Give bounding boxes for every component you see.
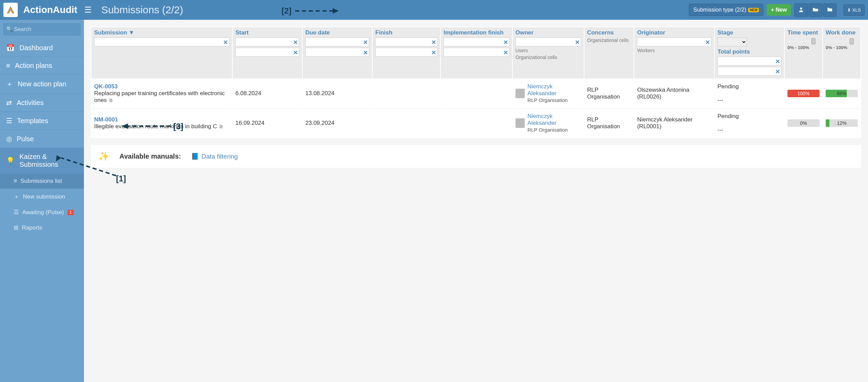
- bars-icon: ☰: [6, 117, 12, 125]
- sidebar-sub-label: Submissions list: [20, 178, 62, 185]
- filter-originator[interactable]: [637, 38, 711, 46]
- cell-stage: Pending: [718, 83, 739, 90]
- work-done-bar: 12%: [826, 119, 858, 127]
- filter-finish-from[interactable]: [375, 38, 437, 46]
- sidebar-label: New action plan: [18, 80, 66, 88]
- clear-icon[interactable]: ✕: [431, 49, 436, 56]
- cell-due: 13.08.2024: [303, 79, 372, 108]
- calendar-icon: 📅: [6, 44, 15, 52]
- sidebar-sub-awaiting-pulse-[interactable]: ☰Awaiting (Pulse)1: [0, 205, 84, 220]
- table-row: NM-0001Illegible evacuation route markin…: [91, 108, 860, 137]
- submission-desc: Illegible evacuation route markings in b…: [94, 123, 217, 130]
- clear-icon[interactable]: ✕: [363, 39, 368, 46]
- cell-originator: Niemczyk Aleksander (RL0001): [634, 108, 714, 137]
- cell-concerns: RLP Organisation: [584, 108, 634, 137]
- manuals-panel: ✨ Available manuals: 📘 Data filtering: [91, 145, 861, 168]
- col-owner[interactable]: Owner ✕ Users Organizational cells: [513, 27, 584, 78]
- cell-points: ---: [718, 97, 723, 103]
- sidebar-item-new-action-plan[interactable]: ＋New action plan: [0, 75, 84, 94]
- filter-points-to[interactable]: [718, 67, 781, 76]
- cell-due: 23.09.2024: [303, 108, 372, 137]
- document-icon: 🗎: [219, 124, 223, 129]
- filter-due-from[interactable]: [305, 38, 369, 46]
- xls-label: XLS: [852, 8, 861, 13]
- col-work-done[interactable]: Work done 0% - 100%: [823, 27, 860, 78]
- cell-originator: Olszewska Antonina (RL0026): [634, 79, 714, 108]
- col-time-spent[interactable]: Time spent 0% - 100%: [785, 27, 822, 78]
- time-spent-bar: 100%: [787, 90, 820, 97]
- sidebar-item-pulse[interactable]: ◎Pulse: [0, 130, 84, 148]
- download-icon: ⬇: [847, 8, 851, 13]
- sidebar-sub-label: New submission: [23, 193, 65, 200]
- col-finish[interactable]: Finish ✕ ✕: [373, 27, 440, 78]
- submission-id-link[interactable]: QK-0053: [94, 83, 118, 90]
- col-submission[interactable]: Submission ▼ ✕: [91, 27, 232, 78]
- clear-icon[interactable]: ✕: [431, 39, 436, 46]
- data-filtering-link[interactable]: 📘 Data filtering: [191, 152, 238, 160]
- folder-open-icon-button[interactable]: [809, 3, 822, 17]
- sidebar-item-action-plans[interactable]: ≡Action plans: [0, 57, 84, 75]
- filter-submission[interactable]: [94, 38, 229, 46]
- sidebar-sub-raports[interactable]: ⊞Raports: [0, 220, 84, 235]
- target-icon: ◎: [6, 135, 12, 143]
- sidebar-item-templates[interactable]: ☰Templates: [0, 112, 84, 130]
- bulb-icon: 💡: [6, 157, 15, 165]
- clear-icon[interactable]: ✕: [503, 39, 508, 46]
- clear-icon[interactable]: ✕: [575, 39, 580, 46]
- clear-icon[interactable]: ✕: [293, 39, 298, 46]
- col-due[interactable]: Due date ✕ ✕: [303, 27, 372, 78]
- search-input[interactable]: [3, 23, 81, 35]
- sidebar-item-dashboard[interactable]: 📅Dashboard: [0, 39, 84, 57]
- sidebar-item-kaizen-submissions[interactable]: 💡Kaizen & Submissions: [0, 148, 84, 174]
- sidebar-sub-new-submission[interactable]: ＋New submission: [0, 189, 84, 205]
- avatar: [516, 89, 525, 98]
- list-icon: ≡: [6, 62, 10, 70]
- hamburger-icon[interactable]: ☰: [84, 5, 92, 15]
- sidebar-label: Dashboard: [19, 44, 53, 52]
- cell-finish: [373, 79, 440, 108]
- slider-time[interactable]: [787, 41, 811, 42]
- sidebar-label: Templates: [17, 117, 48, 125]
- slider-work[interactable]: [826, 41, 850, 42]
- manuals-title: Available manuals:: [119, 152, 181, 160]
- clear-icon[interactable]: ✕: [503, 49, 508, 56]
- sidebar-sub-submissions-list[interactable]: ≡Submissions list: [0, 174, 84, 189]
- filter-points-from[interactable]: [718, 57, 781, 65]
- filter-implfinish-from[interactable]: [444, 38, 509, 46]
- cell-points: ---: [718, 127, 723, 133]
- filter-start-to[interactable]: [235, 48, 299, 57]
- owner-link[interactable]: Niemczyk Aleksander: [527, 83, 556, 97]
- search-box: 🔍: [3, 23, 81, 35]
- col-start[interactable]: Start ✕ ✕: [233, 27, 302, 78]
- cell-impl-finish: [441, 79, 512, 108]
- filter-finish-to[interactable]: [375, 48, 437, 57]
- user-icon-button[interactable]: [794, 3, 808, 17]
- submission-desc: Replacing paper training certificates wi…: [94, 90, 225, 103]
- new-button[interactable]: + New: [767, 4, 791, 16]
- clear-icon[interactable]: ✕: [363, 49, 368, 56]
- col-stage[interactable]: Stage Total points ✕ ✕: [715, 27, 784, 78]
- sidebar-item-activities[interactable]: ⇄Activities: [0, 94, 84, 112]
- clear-icon[interactable]: ✕: [775, 68, 780, 75]
- col-originator[interactable]: Originator ✕ Workers: [634, 27, 714, 78]
- xls-export-button[interactable]: ⬇ XLS: [843, 4, 865, 16]
- col-impl-finish[interactable]: Implementation finish ✕ ✕: [441, 27, 512, 78]
- clear-icon[interactable]: ✕: [705, 39, 710, 46]
- col-concerns[interactable]: Concerns Organizational cells: [584, 27, 634, 78]
- filter-due-to[interactable]: [305, 48, 369, 57]
- clear-icon[interactable]: ✕: [775, 58, 780, 65]
- sidebar-sub-label: Raports: [22, 224, 42, 231]
- folder-icon-button[interactable]: [823, 3, 837, 17]
- owner-link[interactable]: Niemczyk Aleksander: [527, 113, 556, 126]
- clear-icon[interactable]: ✕: [293, 49, 298, 56]
- wand-icon: ✨: [98, 151, 109, 162]
- filter-implfinish-to[interactable]: [444, 48, 509, 57]
- submission-id-link[interactable]: NM-0001: [94, 116, 118, 123]
- sidebar-label: Kaizen & Submissions: [19, 153, 78, 168]
- clear-icon[interactable]: ✕: [223, 39, 228, 46]
- filter-start-from[interactable]: [235, 38, 299, 46]
- submission-type-button[interactable]: Submission type (2/2) NEW: [689, 4, 763, 16]
- filter-stage[interactable]: [718, 38, 747, 46]
- filter-owner[interactable]: [516, 38, 581, 46]
- bars-icon: ☰: [14, 209, 19, 216]
